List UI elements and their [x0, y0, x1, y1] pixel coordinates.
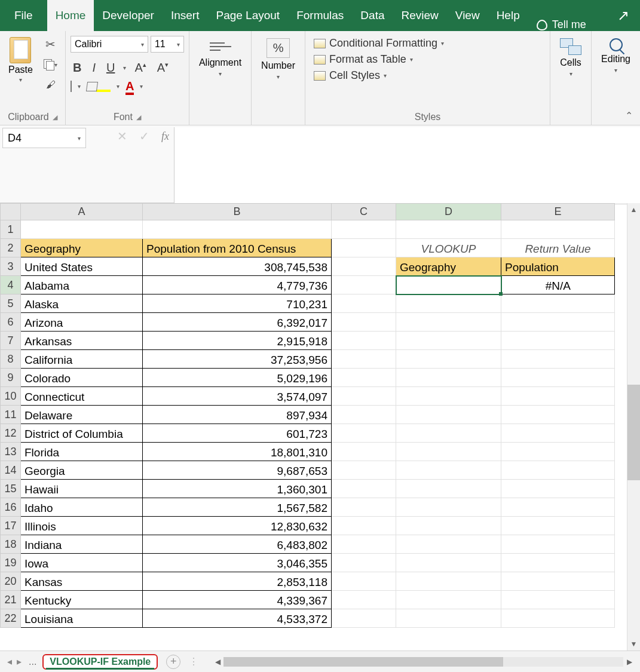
cell[interactable]: 37,253,956 — [143, 350, 332, 369]
cell[interactable]: 6,483,802 — [143, 535, 332, 554]
cell[interactable]: 710,231 — [143, 294, 332, 313]
row-header-12[interactable]: 12 — [1, 424, 21, 443]
cell[interactable] — [501, 220, 615, 239]
borders-button[interactable] — [71, 81, 72, 92]
cell[interactable] — [332, 406, 396, 424]
cell[interactable] — [501, 387, 615, 406]
cell[interactable] — [501, 332, 615, 350]
cell[interactable] — [332, 609, 396, 628]
cell[interactable]: 9,687,653 — [143, 461, 332, 480]
italic-button[interactable]: I — [90, 60, 98, 76]
tab-insert[interactable]: Insert — [163, 0, 208, 31]
cell[interactable] — [396, 480, 501, 498]
cell[interactable] — [396, 220, 501, 239]
share-icon[interactable]: ↗ — [617, 7, 629, 24]
cell[interactable]: Florida — [21, 443, 143, 461]
clipboard-dialog-launcher-icon[interactable]: ◢ — [53, 113, 57, 121]
name-box[interactable]: D4▾ — [2, 128, 86, 148]
cell[interactable] — [501, 572, 615, 591]
row-header-7[interactable]: 7 — [1, 332, 21, 350]
col-header-D[interactable]: D — [396, 204, 501, 220]
fx-button[interactable]: fx — [161, 130, 169, 143]
cell[interactable]: Alaska — [21, 294, 143, 313]
cell[interactable] — [501, 350, 615, 369]
cell[interactable]: Arkansas — [21, 332, 143, 350]
row-header-21[interactable]: 21 — [1, 591, 21, 609]
cancel-formula-icon[interactable]: ✕ — [117, 129, 127, 143]
row-header-19[interactable]: 19 — [1, 554, 21, 572]
row-header-22[interactable]: 22 — [1, 609, 21, 628]
collapse-ribbon-icon[interactable]: ⌃ — [625, 110, 633, 121]
cell[interactable] — [332, 535, 396, 554]
cell[interactable]: 308,745,538 — [143, 257, 332, 276]
alignment-button[interactable]: Alignment ▾ — [194, 36, 246, 79]
cell[interactable]: Iowa — [21, 554, 143, 572]
bold-button[interactable]: B — [71, 60, 84, 76]
spreadsheet-grid[interactable]: A B C D E 12GeographyPopulation from 201… — [0, 203, 615, 628]
cell[interactable]: Idaho — [21, 498, 143, 517]
font-dialog-launcher-icon[interactable]: ◢ — [136, 113, 141, 121]
tab-scroll-next-icon[interactable]: ▸ — [17, 656, 22, 667]
cell[interactable] — [396, 387, 501, 406]
cell[interactable]: 1,567,582 — [143, 498, 332, 517]
cut-button[interactable] — [41, 36, 60, 53]
font-size-select[interactable]: 11▾ — [151, 36, 184, 53]
format-painter-button[interactable] — [41, 76, 60, 93]
cell[interactable]: Alabama — [21, 276, 143, 294]
cell[interactable] — [332, 350, 396, 369]
cell[interactable] — [501, 294, 615, 313]
cell[interactable]: Illinois — [21, 517, 143, 535]
col-header-A[interactable]: A — [21, 204, 143, 220]
tab-home[interactable]: Home — [47, 0, 94, 31]
cells-button[interactable]: Cells ▾ — [555, 36, 586, 79]
scroll-right-icon[interactable]: ▶ — [623, 658, 635, 666]
cell[interactable]: 18,801,310 — [143, 443, 332, 461]
cell[interactable]: Georgia — [21, 461, 143, 480]
paste-dropdown-icon[interactable]: ▾ — [19, 76, 22, 83]
cell[interactable] — [332, 294, 396, 313]
font-name-select[interactable]: Calibri▾ — [71, 36, 148, 53]
tab-ellipsis[interactable]: ... — [29, 656, 36, 667]
select-all-corner[interactable] — [1, 204, 21, 220]
cell[interactable] — [501, 424, 615, 443]
cell[interactable] — [332, 424, 396, 443]
row-header-20[interactable]: 20 — [1, 572, 21, 591]
row-header-3[interactable]: 3 — [1, 257, 21, 276]
cell[interactable]: District of Columbia — [21, 424, 143, 443]
cell[interactable] — [501, 554, 615, 572]
row-header-16[interactable]: 16 — [1, 498, 21, 517]
hscroll-thumb[interactable] — [223, 657, 503, 667]
underline-button[interactable]: U — [104, 60, 117, 76]
cell[interactable]: Connecticut — [21, 387, 143, 406]
increase-font-button[interactable]: A▴ — [132, 60, 148, 76]
tab-review[interactable]: Review — [393, 0, 446, 31]
row-header-18[interactable]: 18 — [1, 535, 21, 554]
cell[interactable] — [332, 387, 396, 406]
cell[interactable] — [332, 498, 396, 517]
cell[interactable]: 3,046,355 — [143, 554, 332, 572]
font-color-button[interactable]: A — [125, 79, 134, 93]
cell[interactable] — [501, 535, 615, 554]
tell-me-search[interactable]: Tell me — [528, 19, 595, 31]
cell[interactable] — [332, 554, 396, 572]
cell[interactable]: 1,360,301 — [143, 480, 332, 498]
formula-input[interactable] — [174, 127, 640, 204]
tab-page-layout[interactable]: Page Layout — [207, 0, 288, 31]
scroll-up-icon[interactable]: ▲ — [627, 203, 640, 216]
cell[interactable] — [332, 257, 396, 276]
cell[interactable] — [396, 591, 501, 609]
cell[interactable] — [396, 572, 501, 591]
enter-formula-icon[interactable]: ✓ — [139, 129, 149, 143]
cell[interactable] — [501, 406, 615, 424]
cell[interactable] — [396, 424, 501, 443]
row-header-17[interactable]: 17 — [1, 517, 21, 535]
cell[interactable] — [501, 480, 615, 498]
cell[interactable]: 4,533,372 — [143, 609, 332, 628]
row-header-11[interactable]: 11 — [1, 406, 21, 424]
cell[interactable]: United States — [21, 257, 143, 276]
col-header-E[interactable]: E — [501, 204, 615, 220]
cell[interactable]: 4,339,367 — [143, 591, 332, 609]
cell[interactable] — [332, 313, 396, 332]
cell[interactable]: Kansas — [21, 572, 143, 591]
cell[interactable] — [332, 572, 396, 591]
